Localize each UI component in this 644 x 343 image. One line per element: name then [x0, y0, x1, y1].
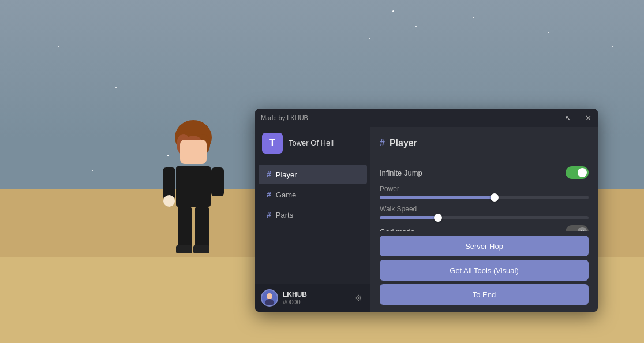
walk-speed-slider-fill: [380, 216, 438, 219]
settings-button[interactable]: ⚙: [353, 291, 365, 305]
infinite-jump-row: Infinite Jump ✓: [380, 166, 589, 179]
svg-rect-7: [211, 167, 224, 196]
nav-label-parts: Parts: [276, 211, 293, 219]
to-end-label: To End: [473, 290, 496, 299]
power-slider-section: Power: [380, 185, 589, 199]
nav-item-game[interactable]: # Game: [259, 185, 367, 204]
power-slider-label: Power: [380, 185, 589, 193]
game-header: T Tower Of Hell: [255, 127, 370, 159]
power-slider-track[interactable]: [380, 196, 589, 199]
nav-item-parts[interactable]: # Parts: [259, 205, 367, 225]
main-panel: # Player Infinite Jump ✓ Power: [370, 127, 598, 312]
star: [58, 46, 59, 47]
close-button[interactable]: ✕: [584, 114, 592, 122]
walk-speed-label: Walk Speed: [380, 205, 589, 213]
walk-speed-slider-section: Walk Speed: [380, 205, 589, 219]
star: [548, 32, 549, 33]
walk-speed-slider-thumb[interactable]: [434, 214, 442, 222]
titlebar-controls: − ✕: [571, 114, 592, 122]
minimize-button[interactable]: −: [571, 114, 579, 122]
server-hop-label: Server Hop: [465, 242, 503, 251]
titlebar-title: Made by LKHUB: [261, 114, 565, 121]
controls-area: Infinite Jump ✓ Power Walk Sp: [370, 159, 598, 231]
nav-label-game: Game: [276, 191, 296, 199]
sidebar: T Tower Of Hell # Player # Game # Parts: [255, 127, 370, 312]
svg-rect-10: [195, 207, 209, 248]
walk-speed-slider-track[interactable]: [380, 216, 589, 219]
user-name: LKHUB: [283, 290, 348, 299]
svg-rect-4: [180, 140, 207, 164]
nav-label-player: Player: [276, 170, 297, 179]
infinite-jump-label: Infinite Jump: [380, 169, 566, 177]
hash-icon-player: #: [267, 170, 271, 179]
svg-rect-6: [163, 167, 175, 199]
user-info: LKHUB #0000: [283, 290, 348, 305]
titlebar: Made by LKHUB ↖ − ✕: [255, 109, 598, 127]
nav-item-player[interactable]: # Player: [259, 165, 367, 184]
nav-items: # Player # Game # Parts: [255, 159, 370, 284]
get-all-tools-button[interactable]: Get All Tools (Visual): [380, 260, 589, 281]
check-icon: ✓: [581, 170, 586, 176]
toggle-x-knob: ✕: [578, 227, 587, 231]
cursor-icon: ↖: [565, 114, 571, 122]
god-mode-row: God mode ✕: [380, 225, 589, 231]
hash-icon-parts: #: [267, 210, 271, 219]
star: [115, 87, 117, 88]
star: [473, 17, 474, 18]
star: [392, 10, 394, 12]
svg-point-8: [163, 195, 175, 207]
svg-rect-12: [193, 245, 209, 253]
to-end-button[interactable]: To End: [380, 284, 589, 305]
user-avatar: [261, 289, 278, 307]
panel-hash-icon: #: [380, 138, 385, 148]
star: [92, 170, 93, 172]
hash-icon-game: #: [267, 190, 271, 199]
god-mode-toggle[interactable]: ✕: [566, 225, 589, 231]
svg-rect-11: [176, 245, 192, 253]
sidebar-footer: LKHUB #0000 ⚙: [255, 284, 370, 312]
panel-header: # Player: [370, 127, 598, 159]
main-window: Made by LKHUB ↖ − ✕ T Tower Of Hell # Pl…: [255, 109, 598, 312]
action-buttons: Server Hop Get All Tools (Visual) To End: [370, 231, 598, 312]
window-body: T Tower Of Hell # Player # Game # Parts: [255, 127, 598, 312]
get-all-tools-label: Get All Tools (Visual): [450, 266, 518, 275]
svg-rect-9: [178, 207, 192, 248]
star: [415, 26, 417, 27]
power-slider-fill: [380, 196, 495, 199]
infinite-jump-toggle[interactable]: ✓: [566, 166, 589, 179]
game-name: Tower Of Hell: [289, 139, 334, 147]
panel-title: Player: [390, 138, 417, 148]
character: [156, 115, 231, 277]
svg-point-14: [267, 293, 272, 299]
server-hop-button[interactable]: Server Hop: [380, 236, 589, 256]
svg-rect-5: [176, 166, 211, 207]
avatar-letter: T: [269, 138, 275, 148]
power-slider-thumb[interactable]: [491, 193, 499, 202]
game-avatar: T: [262, 133, 283, 154]
user-tag: #0000: [283, 299, 348, 305]
star: [369, 38, 370, 39]
star: [612, 46, 613, 47]
